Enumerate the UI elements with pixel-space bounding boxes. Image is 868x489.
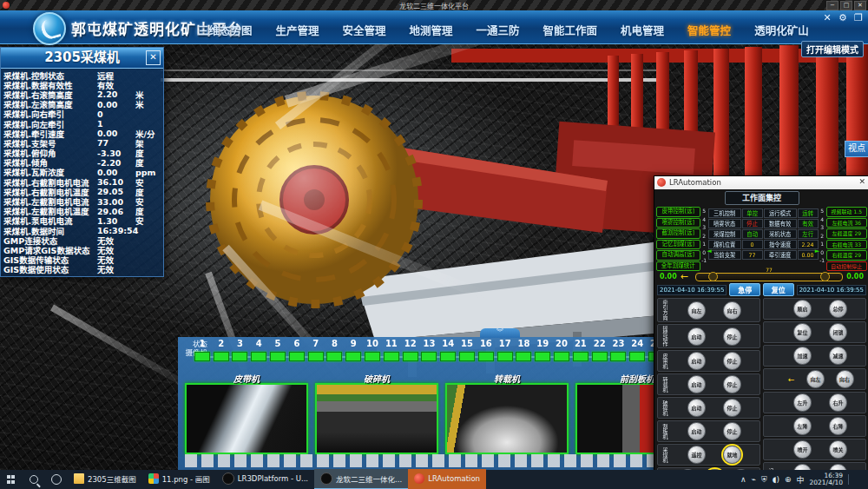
channel-item[interactable]: 19 <box>533 339 552 361</box>
reset-button[interactable]: 复位 <box>763 283 794 296</box>
camera-feed-image[interactable] <box>445 383 569 454</box>
nav-item[interactable]: 一通三防 <box>477 22 520 38</box>
tray-expand-icon[interactable]: ∧ <box>740 475 746 484</box>
control-button[interactable]: 启动 <box>687 352 706 370</box>
nav-item[interactable]: 机电管理 <box>621 22 664 38</box>
estop-button[interactable]: 急停 <box>729 283 760 296</box>
control-button[interactable]: 总停 <box>829 300 847 318</box>
nav-item[interactable]: 智能工作面 <box>543 22 598 38</box>
channel-item[interactable]: 11 <box>382 339 401 361</box>
search-icon[interactable] <box>23 470 45 489</box>
status-box[interactable]: 左截温度 29 <box>826 228 867 239</box>
control-button[interactable]: 复位 <box>793 323 812 341</box>
clock[interactable]: 16:39 2021/4/10 <box>810 472 843 486</box>
control-button[interactable]: 右降 <box>829 417 847 435</box>
channel-item[interactable]: 20 <box>552 339 571 361</box>
nav-item[interactable]: 安全管理 <box>343 22 386 38</box>
defender-shield-icon[interactable]: ⛨ <box>761 475 767 485</box>
control-button[interactable]: 向右 <box>836 370 854 388</box>
channel-item[interactable]: 9 <box>344 339 363 361</box>
control-button[interactable]: 加速 <box>793 347 812 365</box>
ime-indicator[interactable]: 中 <box>797 474 805 486</box>
notification-icon[interactable] <box>848 474 865 485</box>
taskbar-app[interactable]: 龙软二三维一体化... <box>314 469 408 489</box>
start-button[interactable] <box>0 470 23 489</box>
control-button[interactable]: 喷开 <box>793 440 812 459</box>
channel-item[interactable]: 21 <box>571 339 590 361</box>
channel-item[interactable]: 12 <box>401 339 420 361</box>
window-layout-icon[interactable]: ❐ <box>852 12 865 23</box>
control-button[interactable]: 右升 <box>829 393 847 412</box>
channel-item[interactable]: 22 <box>590 339 609 361</box>
control-button[interactable]: 左升 <box>793 393 812 412</box>
cortana-icon[interactable] <box>45 470 68 489</box>
channel-item[interactable]: 10 <box>363 339 382 361</box>
taskbar-app[interactable]: 11.png - 画图 <box>142 469 216 489</box>
control-button[interactable]: 向左 <box>806 370 825 388</box>
channel-item[interactable]: 8 <box>326 339 345 361</box>
control-button[interactable]: 顺启 <box>793 300 812 318</box>
remote-mode-button[interactable]: 截割控制[远] <box>656 228 700 239</box>
control-button[interactable]: 向左 <box>687 301 706 320</box>
network-globe-icon[interactable]: ⊕ <box>785 475 792 484</box>
control-button[interactable]: 喷关 <box>829 440 847 459</box>
camera-thumb[interactable]: 皮带机 <box>185 372 308 454</box>
control-button[interactable]: 闭锁 <box>829 323 847 341</box>
channel-item[interactable]: 3 <box>231 339 250 361</box>
control-button[interactable]: 就地 <box>723 446 741 464</box>
camera-thumb[interactable]: 破碎机 <box>315 372 438 454</box>
channel-item[interactable]: 2 <box>212 339 231 361</box>
usb-icon[interactable]: ⌁ <box>752 475 756 484</box>
status-box[interactable]: 自动控制停止 <box>826 261 867 272</box>
channel-item[interactable]: 16 <box>477 339 496 361</box>
lrautomation-close-icon[interactable]: ✕ <box>858 177 865 186</box>
nav-item[interactable]: 透明化矿山 <box>754 22 809 38</box>
control-button[interactable]: 启动 <box>687 327 706 346</box>
channel-item[interactable]: 24 <box>628 339 647 361</box>
status-box[interactable]: 视频联动 1.5 <box>826 207 867 217</box>
remote-mode-button[interactable]: 记忆割煤[远] <box>656 240 700 250</box>
remote-mode-button[interactable]: 皮带控制[远] <box>656 207 700 217</box>
control-button[interactable]: 停止 <box>723 352 741 370</box>
control-button[interactable]: 启动 <box>687 399 706 417</box>
control-button[interactable]: 停止 <box>723 375 741 393</box>
channel-item[interactable]: 1 <box>193 339 212 361</box>
channel-item[interactable]: 4 <box>249 339 268 361</box>
remote-mode-button[interactable]: 全年割煤统计 <box>656 261 700 272</box>
control-button[interactable]: 左降 <box>793 417 812 435</box>
nav-item[interactable]: 生产管理 <box>276 22 319 38</box>
settings-gear-icon[interactable]: ⚙ <box>837 12 849 23</box>
control-button[interactable]: 向右 <box>723 301 741 320</box>
nav-item[interactable]: 三维态势图 <box>198 22 253 38</box>
channel-item[interactable]: 13 <box>420 339 439 361</box>
nav-item[interactable]: 地测管理 <box>410 22 453 38</box>
minimize-button[interactable]: − <box>826 1 838 10</box>
taskbar-app[interactable]: LR3DPlatform - U... <box>216 469 314 489</box>
remote-mode-button[interactable]: 喷雾控制[远] <box>656 218 700 228</box>
nav-item[interactable]: 智能管控 <box>687 22 731 38</box>
control-button[interactable]: 启动 <box>687 422 706 440</box>
taskbar-app[interactable]: LRAutomation <box>408 469 486 489</box>
channel-item[interactable]: 7 <box>306 339 326 361</box>
control-button[interactable]: 停止 <box>723 399 741 417</box>
volume-icon[interactable]: ◖) <box>773 475 779 484</box>
collapse-chevron-icon[interactable]: ︾ <box>480 328 520 338</box>
viewpoint-tab[interactable]: 视点 <box>845 141 868 157</box>
close-button[interactable]: ✕ <box>854 1 866 10</box>
channel-item[interactable]: 14 <box>438 339 457 361</box>
channel-item[interactable]: 6 <box>287 339 306 361</box>
status-box[interactable]: 左截电流 36 <box>826 218 867 228</box>
channel-item[interactable]: 23 <box>609 339 628 361</box>
camera-feed-image[interactable] <box>315 383 438 454</box>
control-button[interactable]: 停止 <box>723 422 741 440</box>
control-button[interactable]: 遥控 <box>687 446 706 464</box>
status-box[interactable]: 右截温度 29 <box>826 250 867 261</box>
status-box[interactable]: 右截电流 33 <box>826 240 867 250</box>
channel-item[interactable]: 15 <box>457 339 477 361</box>
channel-item[interactable]: 17 <box>496 339 515 361</box>
maximize-button[interactable]: □ <box>840 1 852 10</box>
control-button[interactable]: 停止 <box>723 327 741 346</box>
control-button[interactable]: 减速 <box>829 347 847 365</box>
channel-item[interactable]: 18 <box>515 339 534 361</box>
taskbar-app[interactable]: 2305三维截图 <box>68 469 142 489</box>
